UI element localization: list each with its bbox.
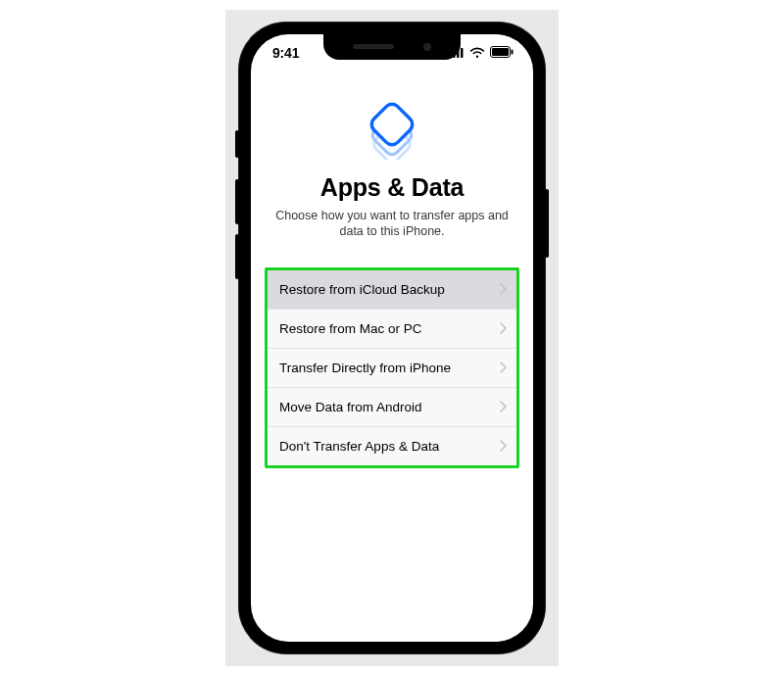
- apps-data-icon: [361, 97, 423, 160]
- backdrop: 9:41: [225, 10, 559, 666]
- speaker: [353, 44, 394, 49]
- stage: 9:41: [0, 0, 784, 675]
- notch: [323, 34, 461, 60]
- option-label: Transfer Directly from iPhone: [279, 361, 451, 375]
- svg-rect-5: [492, 48, 509, 56]
- option-transfer-iphone[interactable]: Transfer Directly from iPhone: [268, 349, 516, 388]
- option-dont-transfer[interactable]: Don't Transfer Apps & Data: [268, 427, 516, 465]
- wifi-icon: [469, 45, 485, 61]
- battery-icon: [490, 45, 514, 61]
- option-label: Restore from iCloud Backup: [279, 282, 445, 297]
- svg-rect-6: [512, 49, 514, 54]
- chevron-right-icon: [500, 440, 507, 454]
- option-label: Don't Transfer Apps & Data: [279, 439, 439, 454]
- option-restore-mac-pc[interactable]: Restore from Mac or PC: [268, 310, 516, 349]
- content: Apps & Data Choose how you want to trans…: [251, 72, 533, 469]
- chevron-right-icon: [500, 362, 507, 375]
- chevron-right-icon: [500, 283, 507, 297]
- page-subtitle: Choose how you want to transfer apps and…: [265, 208, 519, 241]
- options-highlight-box: Restore from iCloud Backup Restore from …: [265, 267, 519, 468]
- volume-down-button: [235, 234, 239, 279]
- page-title: Apps & Data: [265, 173, 519, 202]
- option-move-android[interactable]: Move Data from Android: [268, 388, 516, 427]
- phone-frame: 9:41: [239, 23, 545, 653]
- volume-up-button: [235, 179, 239, 224]
- svg-rect-3: [461, 48, 464, 58]
- chevron-right-icon: [500, 322, 507, 336]
- chevron-right-icon: [500, 401, 507, 414]
- option-restore-icloud[interactable]: Restore from iCloud Backup: [268, 270, 516, 310]
- option-label: Move Data from Android: [279, 400, 422, 414]
- power-button: [545, 189, 549, 258]
- mute-switch: [235, 130, 239, 158]
- status-time: 9:41: [272, 45, 299, 61]
- screen: 9:41: [251, 34, 533, 642]
- option-label: Restore from Mac or PC: [279, 321, 422, 336]
- front-camera: [423, 43, 431, 51]
